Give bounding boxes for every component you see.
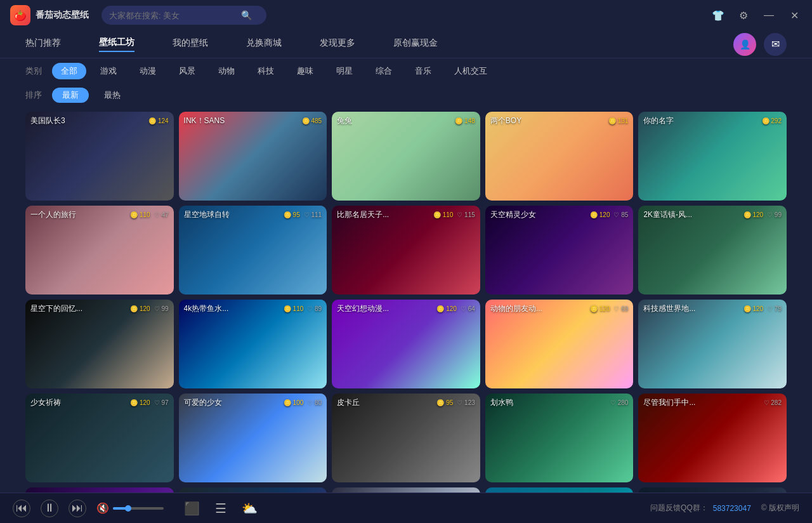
card-item[interactable]: 兔兔 🪙 148 xyxy=(332,112,480,201)
card-stats: 🪙 120♡ 99 xyxy=(743,211,782,218)
card-info: 比那名居天子... 🪙 110♡ 115 xyxy=(332,209,480,220)
pause-button[interactable]: ⏸ xyxy=(41,500,58,517)
volume-fill xyxy=(113,507,128,510)
filter-anime[interactable]: 动漫 xyxy=(131,63,165,79)
card-item[interactable]: 星空下的回忆... 🪙 120♡ 99 xyxy=(25,300,174,388)
filter-scenery[interactable]: 风景 xyxy=(170,63,204,79)
card-item[interactable]: 尽管我们手中... ♡ 282 xyxy=(638,394,787,482)
card-stats: 🪙 110♡ 47 xyxy=(130,211,168,218)
prev-button[interactable]: ⏮ xyxy=(13,500,30,517)
search-input[interactable] xyxy=(109,11,236,20)
filter-hci[interactable]: 人机交互 xyxy=(445,63,496,79)
nav-item-mywallpaper[interactable]: 我的壁纸 xyxy=(173,37,208,51)
card-info: 星空地球自转 🪙 95♡ 111 xyxy=(179,209,327,220)
card-heart: ♡ 85 xyxy=(613,211,628,218)
card-item[interactable]: 划水鸭 ♡ 280 xyxy=(485,394,634,482)
card-info: 可爱的少女 🪙 100♡ 80 xyxy=(179,397,327,408)
card-item[interactable]: 动物的朋友动... 🪙 120♡ 69 xyxy=(485,300,634,388)
card-item[interactable]: 绿色 🪙 125♡ 148 xyxy=(179,487,327,493)
nav-item-shop[interactable]: 兑换商城 xyxy=(246,37,282,51)
card-title: 美国队长3 xyxy=(30,116,65,126)
search-icon[interactable]: 🔍 xyxy=(241,10,252,20)
card-item[interactable]: 4k热带鱼水... 🪙 110♡ 89 xyxy=(179,300,327,388)
card-coin: 🪙 485 xyxy=(302,117,322,124)
filter-music[interactable]: 音乐 xyxy=(406,63,440,79)
list-icon[interactable]: ☰ xyxy=(215,501,226,516)
card-item[interactable]: 一个人的旅行 🪙 110♡ 47 xyxy=(25,206,174,295)
copyright: © 版权声明 xyxy=(761,503,799,513)
card-item[interactable]: INK！SANS 🪙 485 xyxy=(179,112,327,201)
search-bar[interactable]: 🔍 xyxy=(102,6,266,25)
card-info: 皮卡丘 🪙 95♡ 123 xyxy=(332,397,480,408)
card-stats: 🪙 120♡ 97 xyxy=(130,399,168,406)
card-item[interactable]: 皮卡丘 🪙 95♡ 123 xyxy=(332,394,480,482)
card-item[interactable]: Ea 🪙 120 🔒 xyxy=(638,487,787,493)
mail-button[interactable]: ✉ xyxy=(764,33,787,56)
volume-area: 🔇 xyxy=(96,502,164,514)
card-item[interactable]: 星空地球自转 🪙 95♡ 111 xyxy=(179,206,327,295)
navbar: 热门推荐 壁纸工坊 我的壁纸 兑换商城 发现更多 原创赢现金 👤 ✉ xyxy=(0,30,812,58)
card-item[interactable]: 少女祈祷 🪙 120♡ 97 xyxy=(25,394,174,482)
card-coin: 🪙 120 xyxy=(130,305,150,312)
card-item[interactable]: 天空幻想动漫... 🪙 120♡ 64 xyxy=(332,300,480,388)
volume-icon[interactable]: 🔇 xyxy=(96,502,109,514)
card-heart: ♡ 280 xyxy=(610,399,628,406)
nav-item-earn[interactable]: 原创赢现金 xyxy=(393,37,438,51)
settings-icon[interactable]: ⚙ xyxy=(736,8,751,23)
cloud-icon[interactable]: ⛅ xyxy=(242,501,258,516)
filter-fun[interactable]: 趣味 xyxy=(288,63,322,79)
sort-bar: 排序 最新 最热 xyxy=(0,84,812,107)
card-item[interactable]: 美国队长3 🪙 124 xyxy=(25,112,174,201)
card-stats: ♡ 280 xyxy=(608,399,628,406)
card-item[interactable]: 可爱的少女 🪙 100♡ 80 xyxy=(179,394,327,482)
sort-newest[interactable]: 最新 xyxy=(52,88,89,103)
card-title: 4k热带鱼水... xyxy=(184,303,229,314)
volume-slider[interactable] xyxy=(113,507,164,510)
card-info: 兔兔 🪙 148 xyxy=(332,116,480,126)
card-item[interactable]: 天空精灵少女 🪙 120♡ 85 xyxy=(485,206,634,295)
next-button[interactable]: ⏭ xyxy=(69,500,86,517)
filter-mixed[interactable]: 综合 xyxy=(367,63,401,79)
card-title: 一个人的旅行 xyxy=(30,209,76,220)
card-coin: 🪙 110 xyxy=(284,305,303,312)
card-item[interactable]: 水中的鱼... 🪙 125♡ 60 xyxy=(332,487,480,493)
filter-game[interactable]: 游戏 xyxy=(91,63,126,79)
card-item[interactable]: 比那名居天子... 🪙 110♡ 115 xyxy=(332,206,480,295)
filter-animal[interactable]: 动物 xyxy=(209,63,244,79)
card-item[interactable]: 小姐下台阶... xyxy=(25,487,174,493)
card-info: 天空幻想动漫... 🪙 120♡ 64 xyxy=(332,303,480,314)
card-coin: 🪙 110 xyxy=(433,211,453,218)
card-info: 美国队长3 🪙 124 xyxy=(25,116,174,126)
avatar[interactable]: 👤 xyxy=(733,33,756,56)
card-info: 星空下的回忆... 🪙 120♡ 99 xyxy=(25,303,174,314)
card-info: 两个BOY 🪙 131 xyxy=(485,116,634,126)
filter-label: 类别 xyxy=(25,65,42,77)
player-bar: ⏮ ⏸ ⏭ 🔇 ⬛ ☰ ⛅ 问题反馈QQ群： 583723047 © 版权声明 xyxy=(0,493,812,523)
card-item[interactable]: 两个BOY 🪙 131 xyxy=(485,112,634,201)
nav-item-workshop[interactable]: 壁纸工坊 xyxy=(99,37,134,52)
card-title: 动物的朋友动... xyxy=(490,303,542,314)
card-item[interactable]: 科技感世界地... 🪙 120♡ 79 xyxy=(638,300,787,388)
card-heart: ♡ 97 xyxy=(154,399,169,406)
card-title: 两个BOY xyxy=(490,116,521,126)
card-item[interactable]: 2K童话镇-风... 🪙 120♡ 99 xyxy=(638,206,787,295)
shirt-icon[interactable]: 👕 xyxy=(710,8,726,23)
close-button[interactable]: ✕ xyxy=(787,8,802,23)
nav-item-hot[interactable]: 热门推荐 xyxy=(25,37,61,51)
footer-right: 问题反馈QQ群： 583723047 © 版权声明 xyxy=(650,503,799,513)
qq-number[interactable]: 583723047 xyxy=(713,504,751,513)
minimize-button[interactable]: — xyxy=(761,8,776,23)
nav-item-discover[interactable]: 发现更多 xyxy=(320,37,355,51)
card-stats: 🪙 110♡ 89 xyxy=(284,305,322,312)
card-title: 尽管我们手中... xyxy=(643,397,695,408)
sort-hottest[interactable]: 最热 xyxy=(94,88,131,103)
card-heart: ♡ 69 xyxy=(613,305,628,312)
card-item[interactable]: 猫猫壁纸... 🪙 120♡ 125 xyxy=(485,487,634,493)
screen-icon[interactable]: ⬛ xyxy=(184,501,200,516)
card-item[interactable]: 你的名字 🪙 292 xyxy=(638,112,787,201)
card-stats: 🪙 95♡ 111 xyxy=(284,211,322,218)
filter-star[interactable]: 明星 xyxy=(327,63,362,79)
card-info: 4k热带鱼水... 🪙 110♡ 89 xyxy=(179,303,327,314)
filter-tech[interactable]: 科技 xyxy=(249,63,283,79)
filter-all[interactable]: 全部 xyxy=(52,63,86,79)
